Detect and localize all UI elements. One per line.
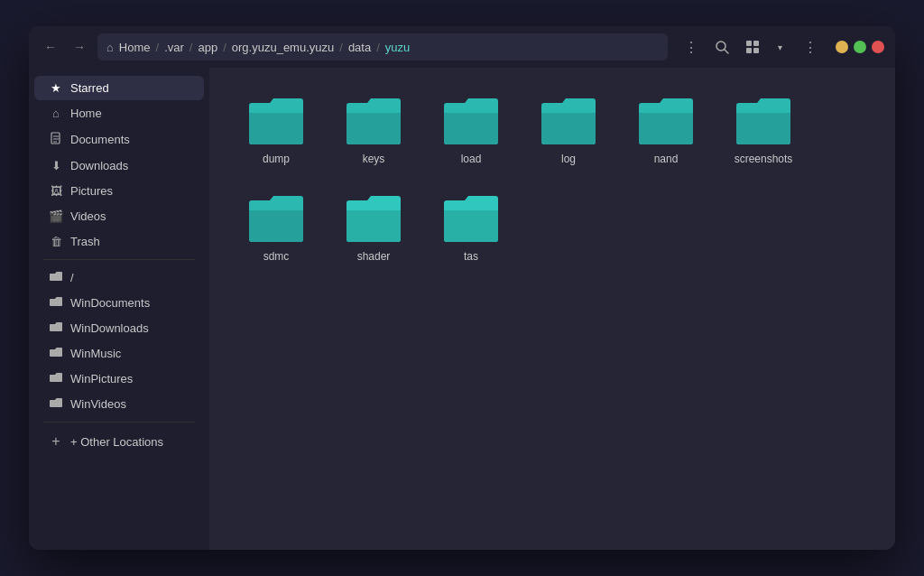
winvideos-folder-icon xyxy=(49,397,63,411)
folder-icon-dump xyxy=(247,97,305,145)
winpictures-folder-icon xyxy=(49,372,63,386)
trash-icon: 🗑 xyxy=(49,235,63,248)
sidebar-item-windocuments[interactable]: WinDocuments xyxy=(34,291,204,315)
breadcrumb-home[interactable]: Home xyxy=(119,41,151,54)
titlebar: ← → ⌂ Home / .var / app / org.yuzu_emu.y… xyxy=(29,26,895,68)
sidebar-label-trash: Trash xyxy=(70,235,100,248)
sidebar-label-windownloads: WinDownloads xyxy=(70,321,149,335)
folder-load[interactable]: load xyxy=(426,86,516,176)
sidebar-item-winvideos[interactable]: WinVideos xyxy=(34,392,204,416)
search-button[interactable] xyxy=(709,34,735,60)
folder-label-nand: nand xyxy=(654,153,679,165)
folder-label-screenshots: screenshots xyxy=(735,153,793,165)
breadcrumb-app[interactable]: app xyxy=(198,41,217,54)
folder-icon-shader xyxy=(345,194,402,243)
sidebar-item-winmusic[interactable]: WinMusic xyxy=(34,341,204,366)
maximize-button[interactable] xyxy=(854,41,866,53)
breadcrumb-org[interactable]: org.yuzu_emu.yuzu xyxy=(232,41,334,54)
breadcrumb-bar: ⌂ Home / .var / app / org.yuzu_emu.yuzu … xyxy=(97,33,668,60)
close-button[interactable] xyxy=(872,41,884,53)
sidebar-label-downloads: Downloads xyxy=(70,159,128,172)
sidebar-divider xyxy=(43,259,195,260)
sidebar-label-videos: Videos xyxy=(70,209,106,223)
sidebar-label-documents: Documents xyxy=(70,133,130,146)
folder-label-load: load xyxy=(461,153,482,165)
folder-icon-tas xyxy=(442,194,500,243)
folder-log[interactable]: log xyxy=(523,86,614,176)
folder-tas[interactable]: tas xyxy=(426,183,516,274)
folder-label-log: log xyxy=(561,153,576,165)
sidebar-label-winpictures: WinPictures xyxy=(70,372,133,386)
forward-button[interactable]: → xyxy=(69,36,90,58)
sidebar-label-starred: Starred xyxy=(70,81,109,95)
folder-dump[interactable]: dump xyxy=(231,86,321,176)
folder-keys[interactable]: keys xyxy=(328,86,419,176)
winmusic-folder-icon xyxy=(49,347,63,360)
svg-rect-2 xyxy=(746,41,752,46)
folder-label-sdmc: sdmc xyxy=(263,250,290,263)
folder-grid: dump keys xyxy=(231,86,873,274)
pictures-icon: 🖼 xyxy=(49,184,63,198)
view-toggle[interactable]: ▾ xyxy=(740,34,792,60)
other-locations-icon: + xyxy=(49,433,63,450)
folder-icon-log xyxy=(540,97,597,145)
folder-screenshots[interactable]: screenshots xyxy=(718,86,808,176)
breadcrumb-data[interactable]: data xyxy=(348,41,371,54)
sidebar-divider-2 xyxy=(43,422,195,423)
folder-shader[interactable]: shader xyxy=(328,183,419,274)
folder-icon-sdmc xyxy=(247,194,305,243)
sidebar-label-root: / xyxy=(70,271,74,284)
view-arrow-button[interactable]: ▾ xyxy=(767,34,792,60)
svg-rect-3 xyxy=(753,41,759,46)
star-icon: ★ xyxy=(49,81,63,95)
view-mode-button[interactable] xyxy=(740,34,765,60)
sidebar-item-root[interactable]: / xyxy=(34,265,204,290)
home-icon: ⌂ xyxy=(49,107,63,120)
folder-icon-load xyxy=(442,97,500,145)
file-area: dump keys xyxy=(209,68,895,550)
downloads-icon: ⬇ xyxy=(49,159,63,172)
sidebar-item-windownloads[interactable]: WinDownloads xyxy=(34,316,204,340)
titlebar-actions: ⋮ ▾ ⋮ xyxy=(679,34,823,60)
sidebar-item-home[interactable]: ⌂ Home xyxy=(34,101,204,125)
sidebar-item-downloads[interactable]: ⬇ Downloads xyxy=(34,153,204,178)
folder-sdmc[interactable]: sdmc xyxy=(231,183,321,274)
sidebar-label-pictures: Pictures xyxy=(70,184,113,198)
folder-icon-screenshots xyxy=(735,97,792,145)
windocuments-folder-icon xyxy=(49,296,63,310)
sidebar-item-videos[interactable]: 🎬 Videos xyxy=(34,204,204,228)
sidebar-item-documents[interactable]: Documents xyxy=(34,126,204,153)
svg-rect-5 xyxy=(753,48,759,53)
window-controls xyxy=(836,41,884,53)
breadcrumb-var[interactable]: .var xyxy=(164,41,184,54)
windownloads-folder-icon xyxy=(49,321,63,335)
folder-icon-keys xyxy=(345,97,402,145)
sidebar-item-other-locations[interactable]: + + Other Locations xyxy=(34,428,204,455)
folder-nand[interactable]: nand xyxy=(621,86,711,176)
videos-icon: 🎬 xyxy=(49,209,63,223)
documents-icon xyxy=(49,132,63,147)
sidebar-label-winvideos: WinVideos xyxy=(70,397,126,411)
back-button[interactable]: ← xyxy=(40,36,61,58)
folder-label-dump: dump xyxy=(263,153,290,165)
svg-rect-4 xyxy=(746,48,752,53)
folder-icon-nand xyxy=(637,97,695,145)
sidebar-label-home: Home xyxy=(70,107,102,120)
sidebar-item-pictures[interactable]: 🖼 Pictures xyxy=(34,179,204,203)
minimize-button[interactable] xyxy=(836,41,848,53)
more-options-button[interactable]: ⋮ xyxy=(798,34,823,60)
folder-label-shader: shader xyxy=(357,250,391,263)
root-folder-icon xyxy=(49,271,63,284)
breadcrumb-current[interactable]: yuzu xyxy=(385,41,410,54)
sidebar: ★ Starred ⌂ Home Documents xyxy=(29,68,209,550)
file-manager-window: ← → ⌂ Home / .var / app / org.yuzu_emu.y… xyxy=(29,26,895,550)
folder-label-keys: keys xyxy=(363,153,385,165)
main-content: ★ Starred ⌂ Home Documents xyxy=(29,68,895,550)
folder-label-tas: tas xyxy=(464,250,478,263)
sidebar-item-winpictures[interactable]: WinPictures xyxy=(34,367,204,391)
sidebar-item-trash[interactable]: 🗑 Trash xyxy=(34,229,204,254)
sidebar-label-winmusic: WinMusic xyxy=(70,347,121,360)
sidebar-item-starred[interactable]: ★ Starred xyxy=(34,76,204,100)
overflow-menu-button[interactable]: ⋮ xyxy=(679,34,704,60)
sidebar-label-other-locations: + Other Locations xyxy=(70,435,163,449)
